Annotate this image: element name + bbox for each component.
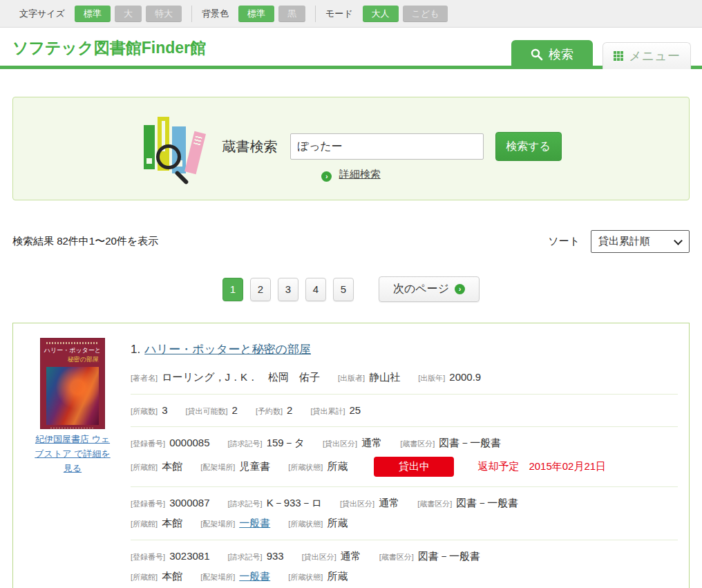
loan-value: 通常: [379, 497, 399, 510]
shelf-label: [配架場所]: [200, 462, 235, 473]
class-label: [蔵書区分]: [417, 499, 452, 509]
search-submit-button[interactable]: 検索する: [495, 132, 562, 161]
copy-line2: [所蔵館]本館 [配架場所]一般書 [所蔵状態]所蔵: [131, 517, 678, 530]
page-button-4[interactable]: 4: [305, 278, 326, 301]
status-value: 所蔵: [327, 460, 348, 473]
next-page-button[interactable]: 次のページ ›: [379, 276, 480, 302]
available-label: [貸出可能数]: [185, 406, 227, 417]
result-cover-column: ハリー・ポッターと 秘密の部屋 紀伊国屋書店 ウェブストア で詳細を見る: [24, 337, 121, 588]
bg-color-standard-button[interactable]: 標準: [238, 6, 274, 22]
search-input[interactable]: [290, 133, 484, 160]
header-tabs: 検索 メニュー: [511, 40, 691, 69]
page-button-5[interactable]: 5: [333, 278, 354, 301]
catalog-search-panel: 蔵書検索 検索する › 詳細検索: [12, 97, 690, 200]
result-detail-column: 1.ハリー・ポッターと秘密の部屋 [著者名]ローリング，J．K． 松岡 佑子 […: [121, 337, 678, 588]
status-label: [所蔵状態]: [288, 572, 323, 582]
copy-row: [登録番号]3023081 [請求記号]933 [貸出区分]通常 [蔵書区分]図…: [131, 550, 678, 583]
call-value: K－933－ロ: [267, 497, 322, 510]
reg-value: 3023081: [169, 550, 209, 562]
call-label: [請求記号]: [228, 439, 263, 449]
status-value: 所蔵: [327, 517, 348, 530]
copy-line1: [登録番号]3023081 [請求記号]933 [貸出区分]通常 [蔵書区分]図…: [131, 550, 678, 563]
page-button-1[interactable]: 1: [222, 278, 243, 301]
copy-row: [登録番号]3000087 [請求記号]K－933－ロ [貸出区分]通常 [蔵書…: [131, 497, 678, 530]
available-value: 2: [232, 404, 238, 416]
shelf-link[interactable]: 一般書: [239, 517, 270, 530]
copy-line1: [登録番号]0000085 [請求記号]159－タ [貸出区分]通常 [蔵書区分…: [131, 437, 678, 450]
font-size-label: 文字サイズ: [19, 8, 65, 20]
arrow-circle-icon: ›: [321, 171, 332, 182]
cover-title-line2: 秘密の部屋: [41, 355, 104, 364]
book-cover-image: ハリー・ポッターと 秘密の部屋: [41, 339, 104, 428]
return-due-label: 返却予定: [477, 460, 519, 473]
library-value: 本館: [162, 570, 182, 583]
loan-label: [貸出区分]: [302, 552, 336, 562]
class-value: 図書－一般書: [456, 497, 518, 510]
publisher-value: 静山社: [369, 371, 400, 384]
total-loans-label: [貸出累計]: [310, 406, 345, 417]
font-size-large-button[interactable]: 大: [115, 6, 142, 22]
catalog-search-label: 蔵書検索: [222, 137, 278, 156]
library-value: 本館: [162, 460, 182, 473]
page-button-2[interactable]: 2: [250, 278, 271, 301]
mode-group: モード 大人 こども: [315, 6, 458, 22]
return-due-date: 2015年02月21日: [529, 460, 606, 473]
class-label: [蔵書区分]: [400, 439, 435, 449]
search-icon: [531, 48, 543, 61]
reg-value: 3000087: [169, 497, 209, 509]
results-bar: 検索結果 82件中1〜20件を表示 ソート 貸出累計順: [12, 229, 690, 253]
result-item: ハリー・ポッターと 秘密の部屋 紀伊国屋書店 ウェブストア で詳細を見る 1.ハ…: [12, 323, 690, 588]
menu-grid-icon: [614, 51, 623, 61]
site-header: ソフテック図書館Finder館 検索 メニュー: [0, 28, 702, 69]
tab-search[interactable]: 検索: [511, 40, 593, 69]
divider: [131, 426, 678, 427]
reg-label: [登録番号]: [131, 499, 165, 509]
advanced-search-row: › 詳細検索: [13, 168, 689, 182]
divider: [131, 394, 678, 395]
chevron-down-icon: [674, 236, 683, 245]
library-label: [所蔵館]: [131, 462, 158, 473]
bg-color-black-button[interactable]: 黒: [278, 6, 305, 22]
class-value: 図書－一般書: [418, 550, 480, 563]
call-value: 159－タ: [267, 437, 305, 450]
result-title-link[interactable]: ハリー・ポッターと秘密の部屋: [144, 343, 311, 356]
font-size-xlarge-button[interactable]: 特大: [146, 6, 182, 22]
sort-label: ソート: [548, 235, 580, 248]
sort-select[interactable]: 貸出累計順: [591, 230, 690, 253]
shelf-value: 児童書: [239, 460, 270, 473]
cover-illustration: [46, 367, 99, 425]
author-row: [著者名]ローリング，J．K． 松岡 佑子 [出版者]静山社 [出版年]2000…: [131, 371, 678, 384]
mode-adult-button[interactable]: 大人: [363, 6, 399, 22]
year-value: 2000.9: [449, 371, 481, 383]
holdings-label: [所蔵数]: [131, 406, 158, 417]
mode-kids-button[interactable]: こども: [403, 6, 448, 22]
bg-color-group: 背景色 標準 黒: [191, 6, 315, 22]
cover-decor-text: [50, 428, 95, 428]
total-loans-value: 25: [350, 404, 361, 416]
cover-decor-text: [46, 342, 99, 344]
return-due-info: 返却予定 2015年02月21日: [477, 460, 606, 473]
kinokuniya-store-link[interactable]: 紀伊国屋書店 ウェブストア で詳細を見る: [32, 433, 113, 475]
tab-menu-label: メニュー: [629, 48, 679, 64]
tab-menu[interactable]: メニュー: [603, 42, 691, 69]
call-label: [請求記号]: [228, 499, 263, 509]
page-button-3[interactable]: 3: [278, 278, 298, 301]
shelf-link[interactable]: 一般書: [239, 570, 270, 583]
site-title: ソフテック図書館Finder館: [12, 37, 206, 59]
font-size-standard-button[interactable]: 標準: [75, 6, 111, 22]
class-value: 図書－一般書: [439, 437, 501, 450]
author-value: ローリング，J．K． 松岡 佑子: [162, 371, 320, 384]
status-value: 所蔵: [327, 570, 348, 583]
shelf-label: [配架場所]: [200, 519, 235, 529]
arrow-circle-icon: ›: [455, 284, 465, 294]
advanced-search-link[interactable]: 詳細検索: [339, 168, 381, 180]
result-number: 1.: [131, 343, 140, 356]
cover-title-line1: ハリー・ポッターと: [41, 346, 104, 355]
lending-status-badge: 貸出中: [374, 457, 454, 477]
call-label: [請求記号]: [228, 552, 263, 562]
status-label: [所蔵状態]: [288, 462, 323, 473]
copy-line1: [登録番号]3000087 [請求記号]K－933－ロ [貸出区分]通常 [蔵書…: [131, 497, 678, 510]
stats-row: [所蔵数]3 [貸出可能数]2 [予約数]2 [貸出累計]25: [131, 404, 678, 417]
result-title-row: 1.ハリー・ポッターと秘密の部屋: [131, 341, 678, 357]
sort-control: ソート 貸出累計順: [548, 230, 690, 253]
